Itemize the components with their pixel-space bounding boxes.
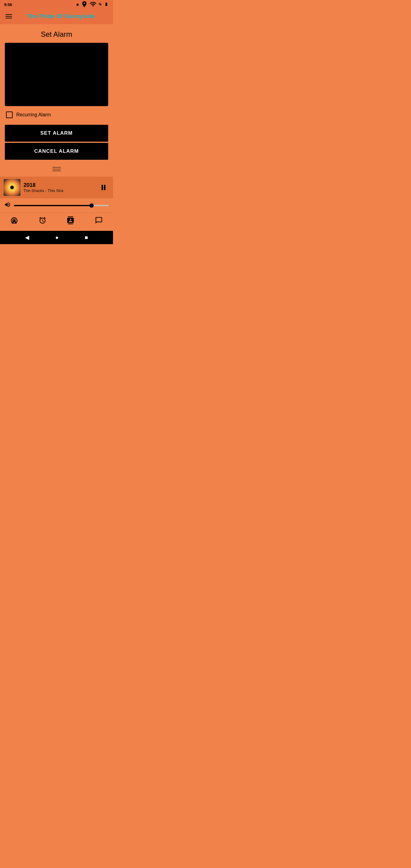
battery-status-icon (104, 2, 109, 7)
page-title: Set Alarm (5, 30, 108, 38)
notes-icon (95, 216, 103, 226)
menu-button[interactable] (4, 13, 13, 20)
contacts-icon (67, 216, 74, 226)
status-bar: 9:56 ⏺ (0, 0, 113, 8)
recurring-alarm-label: Recurring Alarm (16, 112, 51, 118)
play-pause-button[interactable] (97, 181, 109, 193)
status-icons: ⏺ (76, 1, 109, 8)
set-alarm-button[interactable]: SET ALARM (5, 125, 108, 142)
drag-handle (5, 165, 108, 174)
recurring-alarm-row: Recurring Alarm (5, 112, 108, 118)
pause-icon (101, 185, 106, 190)
now-playing-bar: 2018 The Shacks - This Stra (0, 177, 113, 198)
alarm-buttons: SET ALARM CANCEL ALARM (5, 125, 108, 160)
volume-thumb (90, 204, 94, 208)
app-title: The Pride Of Sunnyside (13, 13, 109, 20)
volume-row (0, 198, 113, 213)
nav-item-podcasts[interactable] (7, 215, 21, 227)
system-nav-bar: ◀ ● ■ (0, 231, 113, 244)
signal-status-icon (98, 2, 102, 7)
main-content: Set Alarm Recurring Alarm SET ALARM CANC… (0, 24, 113, 177)
back-button[interactable]: ◀ (25, 234, 29, 241)
station-year: 2018 (24, 182, 94, 188)
alarm-nav-icon (38, 216, 46, 226)
location-status-icon (81, 1, 88, 8)
record-status-icon: ⏺ (76, 3, 79, 6)
volume-fill (14, 205, 92, 206)
podcast-icon (10, 216, 18, 226)
volume-slider[interactable] (14, 205, 109, 206)
wifi-status-icon (90, 1, 97, 8)
recents-button[interactable]: ■ (85, 235, 88, 241)
app-bar: The Pride Of Sunnyside (0, 8, 113, 24)
nav-item-contacts[interactable] (64, 215, 77, 227)
cancel-alarm-button[interactable]: CANCEL ALARM (5, 143, 108, 160)
station-subtitle: The Shacks - This Stra (24, 188, 94, 193)
status-time: 9:56 (4, 2, 12, 7)
nav-item-notes[interactable] (92, 215, 106, 227)
now-playing-info: 2018 The Shacks - This Stra (24, 182, 94, 193)
bottom-nav (0, 213, 113, 231)
recurring-alarm-checkbox[interactable] (6, 112, 13, 118)
home-button[interactable]: ● (56, 235, 59, 241)
album-art (4, 179, 21, 196)
nav-item-alarm[interactable] (36, 215, 50, 227)
time-picker-display[interactable] (5, 43, 108, 106)
volume-icon (4, 201, 11, 210)
